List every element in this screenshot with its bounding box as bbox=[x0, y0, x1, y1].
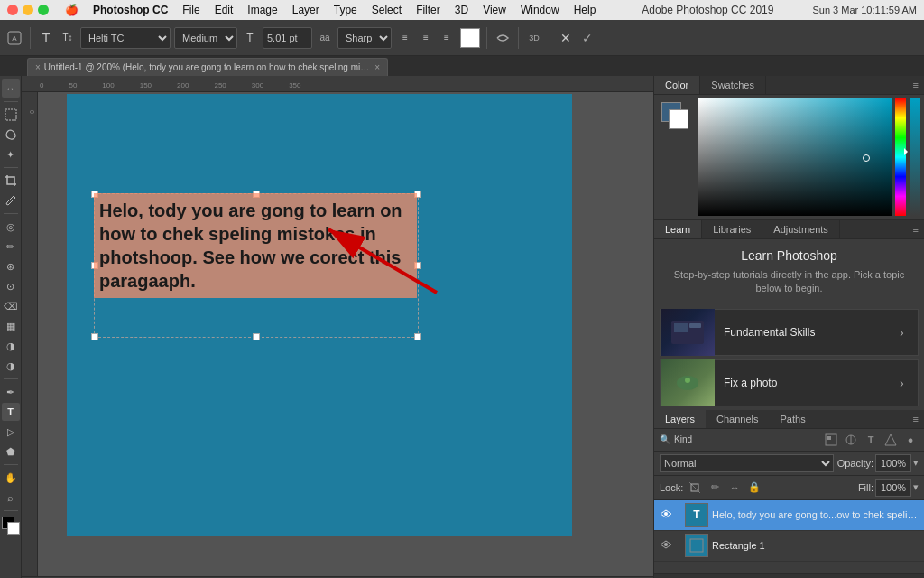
menu-layer[interactable]: Layer bbox=[285, 2, 327, 18]
tab-layers[interactable]: Layers bbox=[654, 410, 706, 428]
filter-type-icon[interactable]: T bbox=[863, 432, 879, 448]
menu-3d[interactable]: 3D bbox=[448, 2, 476, 18]
filter-shape-icon[interactable] bbox=[882, 432, 899, 448]
layers-panel-menu[interactable]: ≡ bbox=[908, 410, 924, 428]
menu-window[interactable]: Window bbox=[513, 2, 567, 18]
handle-br[interactable] bbox=[414, 333, 421, 340]
tab-color[interactable]: Color bbox=[654, 76, 700, 94]
learn-panel-menu[interactable]: ≡ bbox=[908, 220, 924, 238]
opacity-dropdown[interactable]: ▾ bbox=[913, 457, 919, 469]
layer-item-text[interactable]: T Helo, tody you are gong to...ow to che… bbox=[654, 500, 924, 531]
tool-blur[interactable]: ◑ bbox=[2, 337, 20, 355]
filter-smart-icon[interactable]: ● bbox=[902, 432, 919, 448]
3d-icon[interactable]: 3D bbox=[525, 29, 543, 47]
tool-brush[interactable]: ✏ bbox=[2, 238, 20, 256]
menu-edit[interactable]: Edit bbox=[208, 2, 241, 18]
hue-slider[interactable] bbox=[895, 98, 906, 216]
divider-4 bbox=[550, 27, 550, 49]
tool-preset-icon[interactable]: A bbox=[5, 29, 23, 47]
color-saturation-field[interactable] bbox=[698, 98, 892, 216]
menu-photoshop[interactable]: Photoshop CC bbox=[86, 2, 175, 18]
tool-type[interactable]: T bbox=[2, 403, 20, 421]
layer-visibility-text[interactable] bbox=[660, 509, 674, 520]
tool-eyedropper[interactable] bbox=[2, 191, 20, 210]
filter-pixel-icon[interactable] bbox=[823, 432, 839, 448]
fill-input[interactable] bbox=[875, 479, 911, 497]
lock-all-btn[interactable]: 🔒 bbox=[746, 480, 762, 496]
cancel-transform-button[interactable]: ✕ bbox=[557, 29, 575, 47]
align-center-button[interactable]: ≡ bbox=[416, 28, 436, 48]
blend-mode-select[interactable]: Normal bbox=[660, 454, 834, 472]
document-tab[interactable]: × Untitled-1 @ 200% (Helo, tody you are … bbox=[27, 58, 388, 76]
tool-spot-heal[interactable]: ◎ bbox=[2, 218, 20, 236]
learn-card-fix-photo[interactable]: Fix a photo › bbox=[660, 359, 919, 406]
text-color-swatch[interactable] bbox=[460, 28, 480, 48]
fill-label: Fill: bbox=[858, 482, 873, 493]
opacity-input[interactable] bbox=[875, 454, 911, 472]
close-button[interactable] bbox=[7, 5, 18, 15]
filter-adjust-icon[interactable] bbox=[843, 432, 859, 448]
tab-paths[interactable]: Paths bbox=[770, 410, 817, 428]
tab-adjustments[interactable]: Adjustments bbox=[762, 220, 840, 238]
tool-clone[interactable]: ⊛ bbox=[2, 257, 20, 275]
handle-bm[interactable] bbox=[253, 333, 260, 340]
learn-card-fundamental[interactable]: Fundamental Skills › bbox=[660, 309, 919, 356]
svg-rect-18 bbox=[690, 539, 703, 552]
tool-history-brush[interactable]: ⊙ bbox=[2, 277, 20, 295]
menu-view[interactable]: View bbox=[476, 2, 513, 18]
tab-channels[interactable]: Channels bbox=[706, 410, 769, 428]
commit-transform-button[interactable]: ✓ bbox=[578, 29, 596, 47]
tab-close-x[interactable]: × bbox=[35, 62, 41, 72]
tool-pen[interactable]: ✒ bbox=[2, 383, 20, 401]
tool-sep-1 bbox=[4, 101, 18, 102]
lock-position-btn[interactable]: ↔ bbox=[726, 480, 743, 496]
menu-help[interactable]: Help bbox=[567, 2, 604, 18]
tool-quick-select[interactable]: ✦ bbox=[2, 145, 20, 163]
maximize-button[interactable] bbox=[38, 5, 49, 15]
tool-gradient[interactable]: ▦ bbox=[2, 317, 20, 335]
alpha-slider[interactable] bbox=[910, 98, 920, 216]
menu-select[interactable]: Select bbox=[365, 2, 409, 18]
align-right-button[interactable]: ≡ bbox=[437, 28, 457, 48]
tool-hand[interactable]: ✋ bbox=[2, 469, 20, 487]
font-family-select[interactable]: Helti TC bbox=[80, 27, 171, 49]
lock-transparent-btn[interactable] bbox=[687, 480, 703, 496]
lock-image-btn[interactable]: ✏ bbox=[707, 480, 723, 496]
anti-alias-select[interactable]: Sharp bbox=[337, 27, 392, 49]
handle-bl[interactable] bbox=[91, 333, 98, 340]
fill-dropdown[interactable]: ▾ bbox=[913, 481, 919, 493]
menu-image[interactable]: Image bbox=[240, 2, 284, 18]
tab-close-btn[interactable]: × bbox=[374, 62, 380, 72]
tab-libraries[interactable]: Libraries bbox=[702, 220, 762, 238]
warp-icon[interactable] bbox=[494, 29, 512, 47]
tool-path-select[interactable]: ▷ bbox=[2, 423, 20, 441]
tool-lasso[interactable] bbox=[2, 126, 20, 144]
text-orientation-icon[interactable]: T bbox=[37, 29, 55, 47]
tab-swatches[interactable]: Swatches bbox=[700, 76, 766, 94]
menu-type[interactable]: Type bbox=[327, 2, 365, 18]
menu-filter[interactable]: Filter bbox=[409, 2, 448, 18]
tab-learn[interactable]: Learn bbox=[654, 220, 702, 238]
font-size-input[interactable] bbox=[263, 27, 312, 49]
font-style-select[interactable]: Medium bbox=[174, 27, 237, 49]
tool-shape[interactable]: ⬟ bbox=[2, 443, 20, 461]
background-color[interactable] bbox=[7, 522, 20, 535]
tool-crop[interactable] bbox=[2, 172, 20, 190]
text-orientation-v-icon[interactable]: T↕ bbox=[59, 29, 77, 47]
tool-move[interactable]: ↔ bbox=[2, 79, 20, 98]
tool-dodge[interactable]: ◑ bbox=[2, 357, 20, 375]
tool-eraser[interactable]: ⌫ bbox=[2, 297, 20, 315]
layer-visibility-rect[interactable] bbox=[660, 540, 674, 551]
background-swatch[interactable] bbox=[669, 109, 688, 129]
tool-zoom[interactable]: ⌕ bbox=[2, 489, 20, 507]
menu-apple[interactable]: 🍎 bbox=[58, 2, 86, 18]
color-pair[interactable] bbox=[2, 517, 20, 535]
menu-file[interactable]: File bbox=[175, 2, 207, 18]
align-group: ≡ ≡ ≡ bbox=[395, 28, 457, 48]
minimize-button[interactable] bbox=[23, 5, 33, 15]
tool-marquee[interactable] bbox=[2, 106, 20, 124]
canvas-document: Helo, tody you are gong to learn on how … bbox=[67, 94, 572, 536]
align-left-button[interactable]: ≡ bbox=[395, 28, 415, 48]
layer-item-rect[interactable]: Rectangle 1 bbox=[654, 531, 924, 562]
color-panel-menu[interactable]: ≡ bbox=[908, 76, 924, 94]
